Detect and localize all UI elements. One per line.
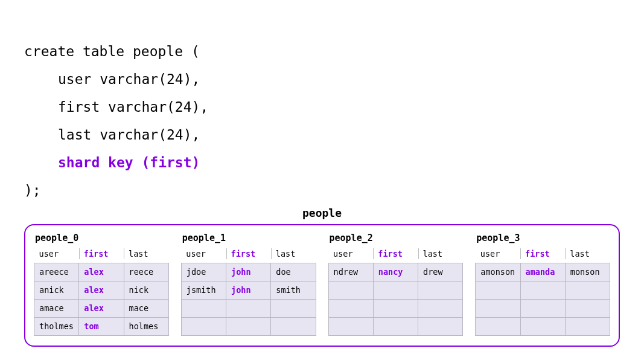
cell-first [373,299,418,317]
table-row: areecealexreece [34,263,169,281]
shard: people_1userfirstlastjdoejohndoejsmithjo… [181,233,316,336]
shard-table: userfirstlastareecealexreeceanickalexnic… [34,245,169,336]
shard: people_2userfirstlastndrewnancydrew [328,233,464,336]
cell-last: doe [271,263,316,281]
cell-user: anick [34,281,79,299]
table-row [181,317,316,335]
cell-user [328,317,373,335]
cell-user [328,281,373,299]
cell-last: smith [271,281,316,299]
col-header-last: last [418,245,463,263]
code-shard-key: shard key (first) [24,149,200,176]
table-row [328,281,463,299]
table-row: jsmithjohnsmith [181,281,316,299]
cell-last [271,299,316,317]
cell-first: tom [79,317,124,335]
cell-last: nick [124,281,168,299]
col-header-last: last [124,245,168,263]
shard: people_0userfirstlastareecealexreeceanic… [34,233,169,336]
table-row [476,299,610,317]
cell-user: jsmith [181,281,226,299]
cell-last [418,317,463,335]
shard-table: userfirstlastamonsonamandamonson [475,245,610,336]
cell-last: holmes [124,317,168,335]
table-row: jdoejohndoe [181,263,316,281]
col-header-first: first [373,245,418,263]
cell-first: amanda [520,263,565,281]
cell-last: drew [418,263,463,281]
cell-last: reece [124,263,168,281]
cell-user: ndrew [328,263,373,281]
code-close: ); [24,182,41,198]
cell-first: alex [79,281,124,299]
cell-last [565,317,610,335]
code-col-first: first varchar(24), [24,93,208,121]
cell-user: tholmes [34,317,79,335]
cell-last [565,281,610,299]
cell-user: amace [34,299,79,317]
col-header-first: first [226,245,271,263]
shard-table: userfirstlastndrewnancydrew [328,245,464,336]
code-col-last: last varchar(24), [24,121,200,149]
cell-first [520,281,565,299]
table-row [328,317,463,335]
cell-last [565,299,610,317]
cell-user [476,299,520,317]
col-header-user: user [181,245,226,263]
cell-first [226,299,271,317]
shard: people_3userfirstlastamonsonamandamonson [475,233,610,336]
cell-user [328,299,373,317]
cell-last [418,299,463,317]
shard-table: userfirstlastjdoejohndoejsmithjohnsmith [181,245,316,336]
table-row [476,317,610,335]
col-header-user: user [328,245,373,263]
diagram-title: people [24,207,620,219]
code-line-1: create table people ( [24,43,200,59]
table-row: tholmestomholmes [34,317,169,335]
sql-code: create table people ( user varchar(24), … [24,10,620,204]
col-header-last: last [271,245,316,263]
cell-first [226,317,271,335]
table-row: anickalexnick [34,281,169,299]
cell-user: areece [34,263,79,281]
cell-first: alex [79,299,124,317]
table-row [328,299,463,317]
shard-title: people_3 [475,233,610,243]
cell-user [476,317,520,335]
col-header-first: first [79,245,124,263]
table-row: amacealexmace [34,299,169,317]
cell-last: mace [124,299,168,317]
cell-first [373,317,418,335]
shard-title: people_0 [34,233,169,243]
cell-first [373,281,418,299]
cell-first [520,317,565,335]
table-row [476,281,610,299]
cell-first: john [226,281,271,299]
shard-title: people_1 [181,233,316,243]
cell-user [181,299,226,317]
table-row [181,299,316,317]
col-header-user: user [476,245,520,263]
col-header-last: last [565,245,610,263]
cell-user: jdoe [181,263,226,281]
cell-last [271,317,316,335]
shard-title: people_2 [328,233,464,243]
table-row: ndrewnancydrew [328,263,463,281]
cell-first: alex [79,263,124,281]
table-row: amonsonamandamonson [476,263,610,281]
cell-first [520,299,565,317]
cell-first: john [226,263,271,281]
code-col-user: user varchar(24), [24,65,200,93]
cell-user: amonson [476,263,520,281]
cell-first: nancy [373,263,418,281]
cell-user [181,317,226,335]
cell-last: monson [565,263,610,281]
col-header-user: user [34,245,79,263]
cell-user [476,281,520,299]
shards-container: people_0userfirstlastareecealexreeceanic… [24,224,620,347]
cell-last [418,281,463,299]
col-header-first: first [520,245,565,263]
